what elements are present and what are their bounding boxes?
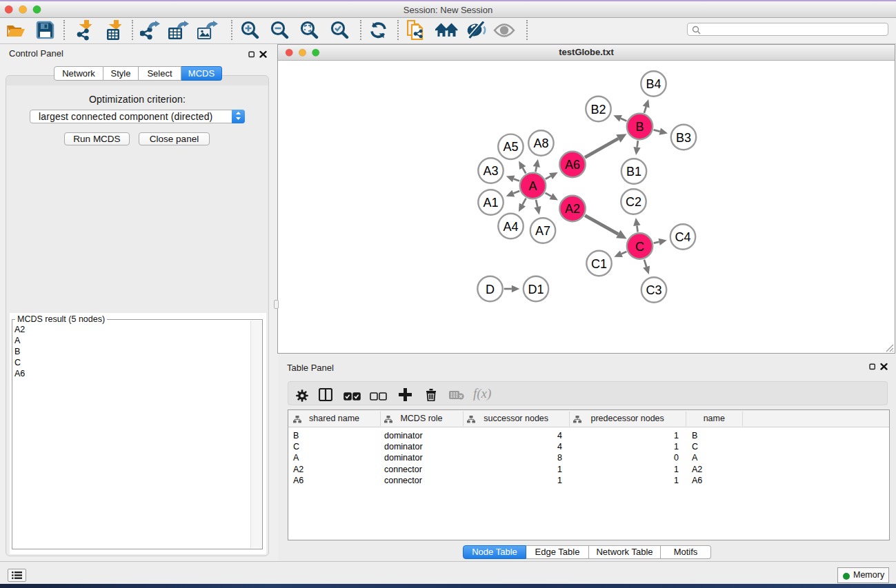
svg-text:A7: A7 (535, 224, 550, 238)
svg-text:A2: A2 (565, 202, 580, 216)
svg-text:A6: A6 (565, 158, 580, 172)
svg-text:C: C (635, 240, 644, 254)
svg-text:D: D (486, 283, 495, 296)
svg-text:A3: A3 (483, 164, 498, 178)
svg-text:B: B (635, 120, 644, 134)
svg-text:C4: C4 (675, 230, 690, 244)
svg-text:A4: A4 (503, 220, 518, 234)
svg-text:A8: A8 (533, 136, 548, 150)
svg-text:B1: B1 (626, 165, 641, 179)
svg-text:D1: D1 (528, 283, 544, 296)
svg-text:C3: C3 (646, 283, 661, 297)
svg-text:A5: A5 (503, 140, 518, 154)
svg-text:A1: A1 (483, 196, 498, 210)
svg-text:B4: B4 (646, 77, 661, 91)
svg-text:C2: C2 (626, 195, 641, 209)
svg-text:C1: C1 (591, 257, 607, 271)
svg-text:A: A (528, 179, 537, 193)
svg-text:B2: B2 (590, 103, 606, 116)
svg-text:B3: B3 (676, 131, 691, 145)
